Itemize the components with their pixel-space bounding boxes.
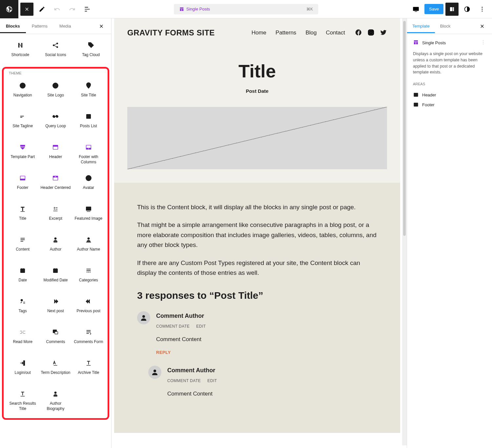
save-button[interactable]: Save <box>424 4 443 14</box>
document-bar[interactable]: Single Posts ⌘K <box>174 4 318 14</box>
map-pin-icon <box>85 82 92 90</box>
block-label: Excerpt <box>49 216 62 221</box>
block-author[interactable]: Author <box>39 232 72 261</box>
svg-rect-12 <box>20 117 22 118</box>
block-footer-with-columns[interactable]: Footer with Columns <box>72 139 105 169</box>
tags-icon <box>19 297 27 305</box>
block-tags[interactable]: Tags <box>6 294 39 323</box>
twitter-icon[interactable] <box>380 29 387 37</box>
comments-title[interactable]: 3 responses to “Post Title” <box>137 288 377 303</box>
reply-link[interactable]: REPLY <box>156 349 377 356</box>
block-title[interactable]: Title <box>6 201 39 231</box>
settings-sidebar-button[interactable] <box>445 3 459 16</box>
block-site-logo[interactable]: Site Logo <box>39 78 72 107</box>
block-content[interactable]: Content <box>6 232 39 261</box>
tab-media[interactable]: Media <box>53 19 77 33</box>
svg-point-5 <box>53 45 54 46</box>
site-header[interactable]: GRAVITY FORMS SITE Home Patterns Blog Co… <box>114 18 400 47</box>
nav-home[interactable]: Home <box>252 30 266 36</box>
block-label: Author Biography <box>40 401 71 411</box>
site-nav: Home Patterns Blog Contact <box>252 30 345 36</box>
comment-item-nested[interactable]: Comment Author COMMENT DATE EDIT Comment… <box>148 366 377 403</box>
redo-button[interactable] <box>66 3 79 16</box>
area-footer[interactable]: Footer <box>413 100 486 110</box>
block-modified-date[interactable]: ?Modified Date <box>39 263 72 292</box>
block-template-part[interactable]: Template Part <box>6 139 39 169</box>
block-search-results-title[interactable]: Search Results Title <box>6 386 39 416</box>
block-site-tagline[interactable]: Site Tagline <box>6 109 39 138</box>
comment-edit-link[interactable]: EDIT <box>196 323 206 330</box>
svg-rect-42 <box>86 269 91 270</box>
post-date[interactable]: Post Date <box>127 88 387 94</box>
more-icon[interactable] <box>480 39 486 46</box>
avatar-icon <box>148 366 161 379</box>
close-button[interactable] <box>20 3 33 16</box>
tab-blocks[interactable]: Blocks <box>0 19 26 33</box>
instagram-icon[interactable] <box>367 29 375 37</box>
featured-image-placeholder[interactable] <box>127 107 387 169</box>
block-avatar[interactable]: Avatar <box>72 170 105 200</box>
block-label: Footer with Columns <box>73 154 104 165</box>
post-header[interactable]: Title Post Date <box>114 47 400 107</box>
facebook-icon[interactable] <box>355 29 362 37</box>
block-categories[interactable]: Categories <box>72 263 105 292</box>
svg-point-6 <box>57 47 58 48</box>
list-view-button[interactable] <box>81 3 94 16</box>
close-settings-button[interactable] <box>476 20 489 33</box>
nav-patterns[interactable]: Patterns <box>276 30 296 36</box>
svg-point-44 <box>87 272 88 273</box>
block-site-title[interactable]: Site Title <box>72 78 105 107</box>
block-login-out[interactable]: Login/out <box>6 355 39 385</box>
block-footer[interactable]: Footer <box>6 170 39 200</box>
block-label: Next post <box>47 309 64 314</box>
post-title[interactable]: Title <box>127 60 387 82</box>
inserter-tabs: Blocks Patterns Media <box>0 18 111 34</box>
block-comments-form[interactable]: Comments Form <box>72 324 105 354</box>
block-label: Shortcode <box>11 52 29 58</box>
comments-form-icon <box>85 328 92 336</box>
block-author-biography[interactable]: Author Biography <box>39 386 72 416</box>
nav-contact[interactable]: Contact <box>326 30 345 36</box>
block-header[interactable]: Header <box>39 139 72 169</box>
post-content[interactable]: This is the Content block, it will displ… <box>114 183 400 433</box>
svg-point-45 <box>88 272 89 273</box>
block-author-name[interactable]: Author Name <box>72 232 105 261</box>
block-featured-image[interactable]: Featured Image <box>72 201 105 231</box>
svg-rect-53 <box>54 365 57 365</box>
svg-point-1 <box>482 7 483 8</box>
block-archive-title[interactable]: Archive Title <box>72 355 105 385</box>
comment-edit-link[interactable]: EDIT <box>207 378 217 384</box>
block-query-loop[interactable]: Query Loop <box>39 109 72 138</box>
block-read-more[interactable]: Read More <box>6 324 39 354</box>
tab-patterns[interactable]: Patterns <box>26 19 53 33</box>
block-date[interactable]: ?Date <box>6 263 39 292</box>
styles-button[interactable] <box>461 3 474 16</box>
block-navigation[interactable]: Navigation <box>6 78 39 107</box>
search-results-icon <box>19 390 27 398</box>
comment-item[interactable]: Comment Author COMMENT DATE EDIT Comment… <box>137 311 377 356</box>
block-social-icons[interactable]: Social Icons <box>38 37 73 67</box>
nav-blog[interactable]: Blog <box>305 30 317 36</box>
close-inserter-button[interactable] <box>95 20 108 33</box>
view-button[interactable] <box>409 3 422 16</box>
block-posts-list[interactable]: Posts List <box>72 109 105 138</box>
edit-tool-button[interactable] <box>35 3 49 16</box>
block-previous-post[interactable]: Previous post <box>72 294 105 323</box>
block-excerpt[interactable]: Excerpt <box>39 201 72 231</box>
svg-rect-49 <box>55 332 58 334</box>
block-next-post[interactable]: Next post <box>39 294 72 323</box>
svg-point-62 <box>154 370 156 372</box>
tab-template[interactable]: Template <box>407 19 435 33</box>
block-term-description[interactable]: Term Description <box>39 355 72 385</box>
block-tag-cloud[interactable]: Tag Cloud <box>73 37 109 67</box>
site-title[interactable]: GRAVITY FORMS SITE <box>127 28 215 37</box>
wordpress-logo[interactable] <box>0 0 18 18</box>
block-header-centered[interactable]: Header Centered <box>39 170 72 200</box>
block-comments[interactable]: Comments <box>39 324 72 354</box>
block-shortcode[interactable]: Shortcode <box>3 37 38 67</box>
options-button[interactable] <box>476 3 489 16</box>
undo-button[interactable] <box>51 3 64 16</box>
area-header[interactable]: Header <box>413 90 486 100</box>
tab-block[interactable]: Block <box>435 19 456 33</box>
content-icon <box>19 236 27 244</box>
